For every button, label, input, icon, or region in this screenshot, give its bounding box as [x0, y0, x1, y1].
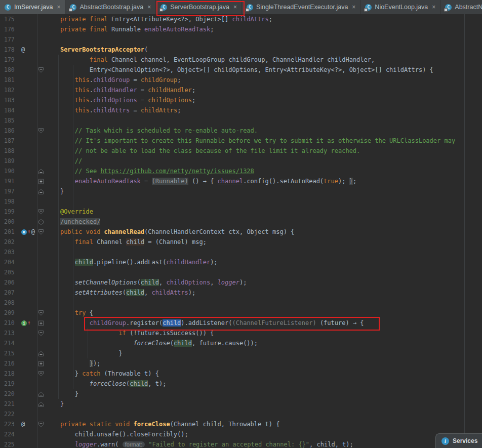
- fold-marker[interactable]: [36, 318, 46, 328]
- fold-marker[interactable]: [36, 389, 46, 399]
- line-number[interactable]: 201: [0, 227, 19, 237]
- code-line-221[interactable]: 221 }: [0, 399, 482, 409]
- code-text[interactable]: [46, 196, 482, 207]
- code-text[interactable]: enableAutoReadTask = (Runnable) () → { c…: [46, 176, 482, 186]
- line-number[interactable]: 197: [0, 186, 19, 196]
- line-number[interactable]: 213: [0, 328, 19, 338]
- close-icon[interactable]: ×: [432, 4, 435, 10]
- code-text[interactable]: private static void forceClose(Channel c…: [46, 419, 482, 429]
- code-text[interactable]: [46, 409, 482, 419]
- code-text[interactable]: [46, 298, 482, 308]
- tab-abstractbootstrap-java[interactable]: CAbstractBootstrap.java×: [65, 0, 156, 14]
- close-icon[interactable]: ×: [352, 4, 355, 10]
- services-notification[interactable]: i Services: [435, 433, 482, 448]
- code-text[interactable]: ServerBootstrapAcceptor(: [46, 45, 482, 55]
- code-text[interactable]: @Override: [46, 207, 482, 217]
- code-text[interactable]: private final Runnable enableAutoReadTas…: [46, 24, 482, 34]
- code-text[interactable]: setAttributes(child, childAttrs);: [46, 288, 482, 298]
- code-line-215[interactable]: 215 }: [0, 348, 482, 358]
- fold-marker[interactable]: [36, 186, 46, 196]
- code-line-184[interactable]: 184 this.childAttrs = childAttrs;: [0, 105, 482, 115]
- code-text[interactable]: //: [46, 156, 482, 166]
- code-text[interactable]: private final Entry<AttributeKey<?>, Obj…: [46, 14, 482, 24]
- line-number[interactable]: 208: [0, 298, 19, 308]
- code-text[interactable]: [46, 267, 482, 277]
- code-line-198[interactable]: 198: [0, 196, 482, 207]
- code-line-180[interactable]: 180 Entry<ChannelOption<?>, Object>[] ch…: [0, 65, 482, 75]
- line-number[interactable]: 215: [0, 348, 19, 358]
- tab-singlethreadeventexecutor-java[interactable]: CSingleThreadEventExecutor.java×: [242, 0, 360, 14]
- line-number[interactable]: 184: [0, 105, 19, 115]
- code-text[interactable]: }: [46, 348, 482, 358]
- code-text[interactable]: this.childHandler = childHandler;: [46, 85, 482, 95]
- annotation-gutter-icon[interactable]: @: [21, 419, 25, 429]
- code-text[interactable]: this.childOptions = childOptions;: [46, 95, 482, 105]
- code-line-178[interactable]: 178@ ServerBootstrapAcceptor(: [0, 45, 482, 55]
- code-text[interactable]: if (!future.isSuccess()) {: [46, 328, 482, 338]
- code-line-205[interactable]: 205: [0, 267, 482, 277]
- code-text[interactable]: [46, 34, 482, 45]
- code-line-191[interactable]: 191 enableAutoReadTask = (Runnable) () →…: [0, 176, 482, 186]
- tab-nioeventloop-java[interactable]: CNioEventLoop.java×: [360, 0, 440, 14]
- code-line-206[interactable]: 206 setChannelOptions(child, childOption…: [0, 277, 482, 288]
- line-number[interactable]: 220: [0, 389, 19, 399]
- code-line-187[interactable]: 187 // It's important to create this Run…: [0, 136, 482, 146]
- code-text[interactable]: }: [46, 389, 482, 399]
- code-text[interactable]: childGroup.register(child).addListener((…: [46, 318, 482, 328]
- line-number[interactable]: 219: [0, 379, 19, 389]
- line-number[interactable]: 177: [0, 34, 19, 45]
- code-line-175[interactable]: 175 private final Entry<AttributeKey<?>,…: [0, 14, 482, 24]
- line-number[interactable]: 180: [0, 65, 19, 75]
- code-line-213[interactable]: 213 if (!future.isSuccess()) {: [0, 328, 482, 338]
- line-number[interactable]: 214: [0, 338, 19, 348]
- code-line-188[interactable]: 188 // not be able to load the class bec…: [0, 146, 482, 156]
- line-number[interactable]: 183: [0, 95, 19, 105]
- fold-marker[interactable]: [36, 348, 46, 358]
- line-number[interactable]: 225: [0, 439, 19, 448]
- code-line-222[interactable]: 222: [0, 409, 482, 419]
- code-editor[interactable]: 175 private final Entry<AttributeKey<?>,…: [0, 14, 482, 448]
- code-line-181[interactable]: 181 this.childGroup = childGroup;: [0, 75, 482, 85]
- line-number[interactable]: 175: [0, 14, 19, 24]
- fold-marker[interactable]: [36, 308, 46, 318]
- code-text[interactable]: this.childAttrs = childAttrs;: [46, 105, 482, 115]
- line-number[interactable]: 204: [0, 257, 19, 267]
- annotation-gutter-icon[interactable]: @: [21, 45, 25, 55]
- code-text[interactable]: [46, 115, 482, 126]
- code-text[interactable]: }: [46, 399, 482, 409]
- fold-marker[interactable]: [36, 217, 46, 227]
- fold-marker[interactable]: [36, 369, 46, 379]
- line-number[interactable]: 198: [0, 196, 19, 207]
- code-line-223[interactable]: 223@ private static void forceClose(Chan…: [0, 419, 482, 429]
- line-number[interactable]: 187: [0, 136, 19, 146]
- line-number[interactable]: 203: [0, 247, 19, 257]
- line-number[interactable]: 190: [0, 166, 19, 176]
- code-line-207[interactable]: 207 setAttributes(child, childAttrs);: [0, 288, 482, 298]
- code-text[interactable]: [46, 247, 482, 257]
- line-number[interactable]: 222: [0, 409, 19, 419]
- annotation-gutter-icon[interactable]: @: [31, 227, 35, 237]
- fold-marker[interactable]: [36, 227, 46, 237]
- code-line-214[interactable]: 214 forceClose(child, future.cause());: [0, 338, 482, 348]
- code-text[interactable]: logger.warn( format: "Failed to register…: [46, 439, 482, 448]
- code-text[interactable]: /unchecked/: [46, 217, 482, 227]
- line-number[interactable]: 189: [0, 156, 19, 166]
- fold-marker[interactable]: [36, 126, 46, 136]
- line-number[interactable]: 191: [0, 176, 19, 186]
- line-number[interactable]: 218: [0, 369, 19, 379]
- tab-serverbootstrap-java[interactable]: CServerBootstrap.java×: [156, 0, 242, 14]
- code-line-183[interactable]: 183 this.childOptions = childOptions;: [0, 95, 482, 105]
- code-line-186[interactable]: 186 // Task which is scheduled to re-ena…: [0, 126, 482, 136]
- code-line-200[interactable]: 200 /unchecked/: [0, 217, 482, 227]
- close-icon[interactable]: ×: [233, 4, 237, 10]
- tab-imserver-java[interactable]: CImServer.java×: [0, 0, 65, 14]
- code-text[interactable]: child.unsafe().closeForcibly();: [46, 429, 482, 439]
- line-number[interactable]: 210: [0, 318, 19, 328]
- code-line-208[interactable]: 208: [0, 298, 482, 308]
- code-text[interactable]: setChannelOptions(child, childOptions, l…: [46, 277, 482, 288]
- line-number[interactable]: 221: [0, 399, 19, 409]
- fold-marker[interactable]: [36, 358, 46, 369]
- line-number[interactable]: 181: [0, 75, 19, 85]
- line-number[interactable]: 186: [0, 126, 19, 136]
- line-number[interactable]: 178: [0, 45, 19, 55]
